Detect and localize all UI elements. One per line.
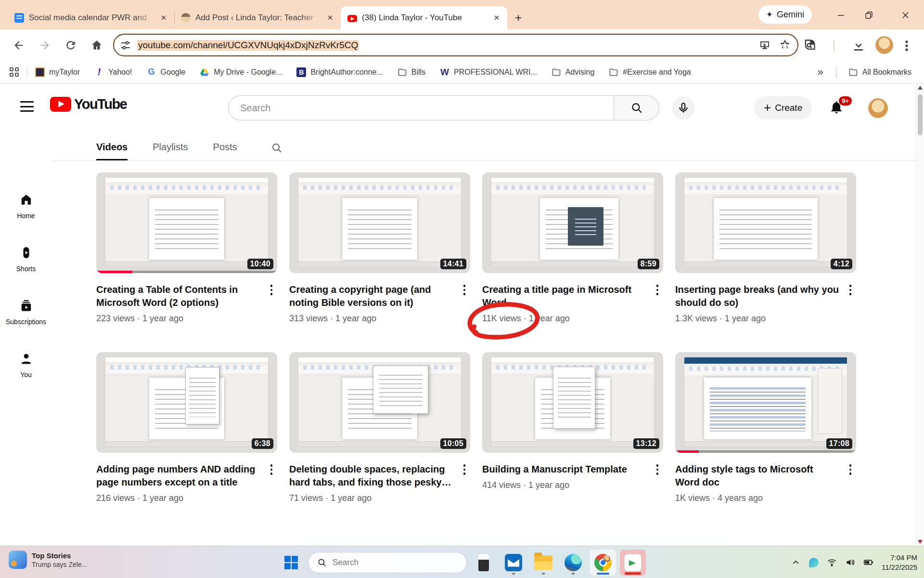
video-title[interactable]: Deleting double spaces, replacing hard t… <box>289 463 454 489</box>
video-options-icon[interactable] <box>845 284 856 296</box>
lens-icon[interactable] <box>803 39 816 52</box>
forward-button[interactable] <box>38 39 51 52</box>
scroll-up-arrow[interactable] <box>918 86 923 90</box>
video-title[interactable]: Building a Manuscript Template <box>482 463 647 476</box>
news-widget[interactable]: Top Stories Trump says Zele... <box>9 551 87 569</box>
profile-avatar[interactable] <box>875 36 893 54</box>
guide-menu-icon[interactable] <box>20 101 34 112</box>
browser-tab[interactable]: (38) Linda Taylor - YouTube✕ <box>341 6 507 29</box>
bookmark-item[interactable]: #Exercise and Yoga <box>609 67 691 77</box>
video-options-icon[interactable] <box>652 284 663 296</box>
chrome-profile-overlay <box>603 555 611 563</box>
video-title[interactable]: Inserting page breaks (and why you shoul… <box>675 283 840 309</box>
taskbar-search[interactable] <box>308 552 467 573</box>
video-thumbnail[interactable]: 17:08 <box>675 352 856 453</box>
notifications-bell[interactable]: 9+ <box>829 99 844 116</box>
youtube-search-input[interactable] <box>240 103 614 114</box>
video-options-icon[interactable] <box>266 284 277 296</box>
video-options-icon[interactable] <box>459 284 470 296</box>
bookmark-item[interactable]: Bills <box>398 67 425 77</box>
browser-tab[interactable]: Social media calendar PWR and✕ <box>8 6 174 29</box>
bookmark-item[interactable]: GGoogle <box>147 67 186 77</box>
window-restore-button[interactable] <box>858 7 880 23</box>
video-options-icon[interactable] <box>845 464 856 475</box>
home-button[interactable] <box>90 39 103 52</box>
browser-menu-icon[interactable] <box>900 39 913 53</box>
tab-videos[interactable]: Videos <box>96 142 128 160</box>
taskbar-search-input[interactable] <box>333 558 458 567</box>
site-settings-icon[interactable] <box>120 39 131 51</box>
video-thumbnail[interactable]: 14:41 <box>289 172 470 273</box>
address-bar[interactable]: youtube.com/channel/UCGXVNUqkj4xDxjNzRvK… <box>113 34 798 56</box>
subscriptions-icon <box>19 299 33 315</box>
video-thumbnail[interactable]: 13:12 <box>482 352 663 453</box>
video-thumbnail[interactable]: 6:38 <box>96 352 277 453</box>
video-title[interactable]: Adding style tags to Microsoft Word doc <box>675 463 840 489</box>
youtube-account-avatar[interactable] <box>868 98 888 118</box>
video-title[interactable]: Creating a Table of Contents in Microsof… <box>96 283 261 309</box>
bookmarks-overflow-chevron[interactable]: » <box>818 66 823 79</box>
gemini-button[interactable]: ✦ Gemini <box>758 5 812 24</box>
downloads-button[interactable] <box>852 39 865 52</box>
video-thumbnail[interactable]: 10:05 <box>289 352 470 453</box>
window-close-button[interactable] <box>894 7 916 23</box>
youtube-search-button[interactable] <box>614 95 659 120</box>
url-text[interactable]: youtube.com/channel/UCGXVNUqkj4xDxjNzRvK… <box>137 40 759 51</box>
bookmark-item[interactable]: BBrightAuthor:conne... <box>296 67 383 77</box>
tab-close-icon[interactable]: ✕ <box>325 13 335 23</box>
video-thumbnail[interactable]: 10:40 <box>96 172 277 273</box>
browser-tab[interactable]: Add Post ‹ Linda Taylor: Teacher✕ <box>174 6 341 29</box>
tab-close-icon[interactable]: ✕ <box>492 13 501 23</box>
video-title[interactable]: Creating a title page in Microsoft Word <box>482 283 647 309</box>
sidebar-item-you[interactable]: You <box>0 352 52 379</box>
video-title[interactable]: Creating a copyright page (and noting Bi… <box>289 283 454 309</box>
taskbar-clock[interactable]: 7:04 PM 11/22/2025 <box>882 553 917 572</box>
video-options-icon[interactable] <box>459 464 470 475</box>
reload-button[interactable] <box>64 39 77 52</box>
create-button[interactable]: + Create <box>754 96 812 119</box>
voice-search-button[interactable] <box>672 96 695 119</box>
bookmark-item[interactable]: myTaylor <box>35 67 80 77</box>
sidebar-item-shorts[interactable]: Shorts <box>0 246 52 273</box>
sidebar-item-home[interactable]: Home <box>0 193 52 220</box>
youtube-search-box[interactable] <box>228 95 614 120</box>
copilot-icon[interactable] <box>809 558 819 567</box>
phone-link-button[interactable] <box>471 550 497 576</box>
bookmark-star-icon[interactable] <box>779 39 791 51</box>
battery-icon[interactable] <box>863 557 873 567</box>
all-bookmarks-button[interactable]: All Bookmarks <box>848 67 911 77</box>
wifi-icon[interactable] <box>827 557 837 567</box>
scrollbar-thumb[interactable] <box>918 94 923 135</box>
video-thumbnail[interactable]: 4:12 <box>675 172 856 273</box>
install-app-icon[interactable] <box>759 39 770 51</box>
window-minimize-button[interactable] <box>830 7 852 23</box>
volume-icon[interactable] <box>845 557 855 567</box>
bookmark-item[interactable]: !Yahoo! <box>94 67 132 77</box>
tab-playlists[interactable]: Playlists <box>153 142 188 160</box>
youtube-logo[interactable]: YouTube <box>50 96 127 112</box>
sidebar-item-subscriptions[interactable]: Subscriptions <box>0 299 52 326</box>
video-options-icon[interactable] <box>652 464 663 475</box>
channel-search-icon[interactable] <box>271 142 282 154</box>
outlook-button[interactable] <box>500 550 526 576</box>
tray-chevron-icon[interactable] <box>791 557 801 567</box>
new-tab-button[interactable]: + <box>511 11 526 25</box>
video-meta: 216 views · 1 year ago <box>96 493 261 503</box>
scroll-down-arrow[interactable] <box>918 540 923 544</box>
page-scrollbar[interactable] <box>916 84 924 546</box>
video-options-icon[interactable] <box>266 464 277 475</box>
export-app-button[interactable] <box>620 550 646 576</box>
back-button[interactable] <box>13 39 25 52</box>
video-title[interactable]: Adding page numbers AND adding page numb… <box>96 463 261 489</box>
bookmark-item[interactable]: Advising <box>552 67 594 77</box>
video-thumbnail[interactable]: 8:59 <box>482 172 663 273</box>
file-explorer-button[interactable] <box>530 550 556 576</box>
apps-grid-icon[interactable] <box>10 67 19 77</box>
tab-posts[interactable]: Posts <box>213 142 237 160</box>
bookmark-item[interactable]: WPROFESSIONAL WRI... <box>440 67 537 77</box>
tab-close-icon[interactable]: ✕ <box>159 13 168 23</box>
bookmark-item[interactable]: My Drive - Google... <box>200 67 282 77</box>
edge-button[interactable] <box>560 550 586 576</box>
chrome-button[interactable] <box>590 550 616 576</box>
start-button[interactable] <box>278 550 304 576</box>
